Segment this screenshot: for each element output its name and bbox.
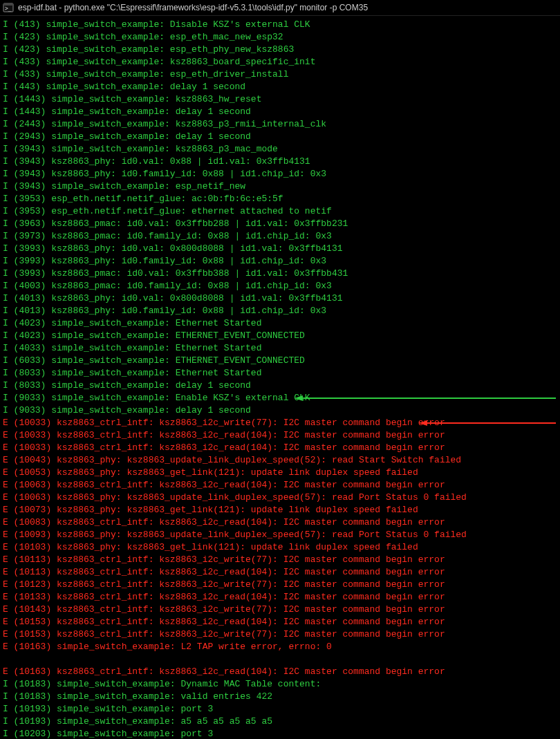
log-text: I (413) simple_switch_example: Disable K… bbox=[3, 19, 310, 30]
log-line: I (423) simple_switch_example: esp_eth_p… bbox=[3, 44, 557, 56]
log-line: I (3953) esp_eth.netif.netif_glue: ether… bbox=[3, 205, 557, 218]
log-line: E (10113) ksz8863_ctrl_intf: ksz8863_i2c… bbox=[3, 554, 557, 566]
log-line: E (10073) ksz8863_phy: ksz8863_get_link(… bbox=[3, 504, 557, 516]
annotation-arrow-red bbox=[419, 420, 556, 421]
log-text: I (2943) simple_switch_example: delay 1 … bbox=[3, 131, 251, 142]
log-line: I (423) simple_switch_example: esp_eth_m… bbox=[3, 31, 557, 44]
log-line: E (10153) ksz8863_ctrl_intf: ksz8863_i2c… bbox=[3, 616, 557, 628]
log-line: E (10163) ksz8863_ctrl_intf: ksz8863_i2c… bbox=[3, 666, 557, 678]
log-text: I (3993) ksz8863_phy: id0.val: 0x800d808… bbox=[3, 243, 342, 254]
svg-marker-6 bbox=[419, 420, 427, 426]
log-text: E (10143) ksz8863_ctrl_intf: ksz8863_i2c… bbox=[3, 604, 445, 615]
window-titlebar[interactable]: >_ esp-idf.bat - python.exe "C:\Espressi… bbox=[0, 0, 560, 16]
log-text: E (10033) ksz8863_ctrl_intf: ksz8863_i2c… bbox=[3, 442, 445, 453]
log-line: I (8033) simple_switch_example: delay 1 … bbox=[3, 380, 557, 392]
log-text: E (10113) ksz8863_ctrl_intf: ksz8863_i2c… bbox=[3, 554, 445, 565]
log-text: I (3973) ksz8863_pmac: id0.family_id: 0x… bbox=[3, 231, 332, 241]
log-line: E (10033) ksz8863_ctrl_intf: ksz8863_i2c… bbox=[3, 417, 557, 429]
log-line: I (4003) ksz8863_pmac: id0.family_id: 0x… bbox=[3, 280, 557, 292]
log-line: I (4023) simple_switch_example: Ethernet… bbox=[3, 317, 557, 330]
log-line: I (4033) simple_switch_example: Ethernet… bbox=[3, 342, 557, 355]
log-line: I (3993) ksz8863_phy: id0.val: 0x800d808… bbox=[3, 243, 557, 255]
log-line: E (10163) simple_switch_example: L2 TAP … bbox=[3, 641, 557, 653]
log-text: E (10033) ksz8863_ctrl_intf: ksz8863_i2c… bbox=[3, 430, 445, 440]
log-text: I (10203) simple_switch_example: port 3 bbox=[3, 729, 213, 739]
log-line: I (10203) simple_switch_example: port 3 bbox=[3, 728, 557, 739]
log-text: I (3993) ksz8863_phy: id0.family_id: 0x8… bbox=[3, 256, 326, 266]
log-line: E (10063) ksz8863_ctrl_intf: ksz8863_i2c… bbox=[3, 479, 557, 492]
log-line: I (1443) simple_switch_example: delay 1 … bbox=[3, 106, 557, 118]
log-text: I (1443) simple_switch_example: ksz8863_… bbox=[3, 94, 261, 104]
log-line: I (10183) simple_switch_example: valid e… bbox=[3, 691, 557, 703]
log-line bbox=[3, 653, 557, 666]
log-text: I (3953) esp_eth.netif.netif_glue: ether… bbox=[3, 206, 332, 216]
log-text: I (4003) ksz8863_pmac: id0.family_id: 0x… bbox=[3, 281, 332, 291]
log-line: E (10053) ksz8863_phy: ksz8863_get_link(… bbox=[3, 467, 557, 479]
log-line: E (10033) ksz8863_ctrl_intf: ksz8863_i2c… bbox=[3, 442, 557, 454]
log-line: I (3943) simple_switch_example: esp_neti… bbox=[3, 180, 557, 193]
log-text: I (3943) ksz8863_phy: id0.family_id: 0x8… bbox=[3, 169, 326, 179]
log-text: E (10163) ksz8863_ctrl_intf: ksz8863_i2c… bbox=[3, 666, 445, 677]
log-line: E (10133) ksz8863_ctrl_intf: ksz8863_i2c… bbox=[3, 591, 557, 604]
log-text: I (10193) simple_switch_example: port 3 bbox=[3, 704, 213, 714]
log-line: I (3993) ksz8863_pmac: id0.val: 0x3ffbb3… bbox=[3, 268, 557, 280]
log-text: I (4023) simple_switch_example: Ethernet… bbox=[3, 318, 261, 328]
log-text: I (4013) ksz8863_phy: id0.family_id: 0x8… bbox=[3, 306, 326, 316]
log-text: E (10063) ksz8863_phy: ksz8863_update_li… bbox=[3, 492, 467, 503]
log-line: E (10093) ksz8863_phy: ksz8863_update_li… bbox=[3, 529, 557, 541]
log-line: I (9033) simple_switch_example: delay 1 … bbox=[3, 404, 557, 417]
log-text: E (10073) ksz8863_phy: ksz8863_get_link(… bbox=[3, 505, 418, 515]
log-line: I (413) simple_switch_example: Disable K… bbox=[3, 19, 557, 31]
log-line: I (4013) ksz8863_phy: id0.val: 0x800d808… bbox=[3, 292, 557, 305]
log-text: E (10103) ksz8863_phy: ksz8863_get_link(… bbox=[3, 542, 418, 552]
log-line: E (10123) ksz8863_ctrl_intf: ksz8863_i2c… bbox=[3, 579, 557, 591]
log-line: I (3943) simple_switch_example: ksz8863_… bbox=[3, 143, 557, 156]
log-line: I (3943) ksz8863_phy: id0.family_id: 0x8… bbox=[3, 168, 557, 180]
log-line: I (433) simple_switch_example: esp_eth_d… bbox=[3, 68, 557, 81]
log-line: E (10033) ksz8863_ctrl_intf: ksz8863_i2c… bbox=[3, 429, 557, 442]
log-text: I (3943) simple_switch_example: esp_neti… bbox=[3, 181, 245, 191]
log-line: E (10103) ksz8863_phy: ksz8863_get_link(… bbox=[3, 541, 557, 554]
log-text: I (3993) ksz8863_pmac: id0.val: 0x3ffbb3… bbox=[3, 268, 348, 279]
log-line: I (3943) ksz8863_phy: id0.val: 0x88 | id… bbox=[3, 156, 557, 168]
log-text: I (4013) ksz8863_phy: id0.val: 0x800d808… bbox=[3, 293, 342, 303]
log-line: I (3963) ksz8863_pmac: id0.val: 0x3ffbb2… bbox=[3, 218, 557, 230]
log-text: I (3963) ksz8863_pmac: id0.val: 0x3ffbb2… bbox=[3, 218, 348, 229]
console-output[interactable]: I (413) simple_switch_example: Disable K… bbox=[0, 16, 560, 739]
log-line: E (10063) ksz8863_phy: ksz8863_update_li… bbox=[3, 492, 557, 504]
log-text: E (10053) ksz8863_phy: ksz8863_get_link(… bbox=[3, 467, 418, 478]
log-text: I (2443) simple_switch_example: ksz8863_… bbox=[3, 119, 326, 129]
log-text: I (3943) ksz8863_phy: id0.val: 0x88 | id… bbox=[3, 156, 310, 167]
window-title: esp-idf.bat - python.exe "C:\Espressif\f… bbox=[18, 3, 368, 12]
log-text: I (10183) simple_switch_example: Dynamic… bbox=[3, 679, 321, 689]
log-line: I (443) simple_switch_example: delay 1 s… bbox=[3, 81, 557, 93]
svg-marker-4 bbox=[295, 395, 303, 401]
log-text: I (3943) simple_switch_example: ksz8863_… bbox=[3, 144, 278, 154]
log-text: E (10123) ksz8863_ctrl_intf: ksz8863_i2c… bbox=[3, 579, 445, 590]
log-text: I (4033) simple_switch_example: Ethernet… bbox=[3, 343, 261, 353]
log-text: I (9033) simple_switch_example: delay 1 … bbox=[3, 405, 251, 415]
log-text: E (10043) ksz8863_phy: ksz8863_update_li… bbox=[3, 455, 461, 465]
log-text: I (9033) simple_switch_example: Enable K… bbox=[3, 393, 310, 403]
log-line: E (10083) ksz8863_ctrl_intf: ksz8863_i2c… bbox=[3, 516, 557, 529]
log-line: I (3973) ksz8863_pmac: id0.family_id: 0x… bbox=[3, 230, 557, 243]
log-line: I (433) simple_switch_example: ksz8863_b… bbox=[3, 56, 557, 68]
annotation-arrow-green bbox=[295, 395, 556, 396]
log-line: I (10183) simple_switch_example: Dynamic… bbox=[3, 678, 557, 691]
log-line: E (10113) ksz8863_ctrl_intf: ksz8863_i2c… bbox=[3, 566, 557, 579]
log-line: E (10043) ksz8863_phy: ksz8863_update_li… bbox=[3, 454, 557, 467]
log-text: I (3953) esp_eth.netif.netif_glue: ac:0b… bbox=[3, 194, 283, 204]
log-line: I (1443) simple_switch_example: ksz8863_… bbox=[3, 93, 557, 106]
log-text: I (423) simple_switch_example: esp_eth_m… bbox=[3, 32, 283, 42]
log-text: I (433) simple_switch_example: ksz8863_b… bbox=[3, 57, 315, 67]
log-line: I (2443) simple_switch_example: ksz8863_… bbox=[3, 118, 557, 131]
log-text: I (4023) simple_switch_example: ETHERNET… bbox=[3, 330, 305, 341]
log-line: I (3993) ksz8863_phy: id0.family_id: 0x8… bbox=[3, 255, 557, 268]
log-text: I (423) simple_switch_example: esp_eth_p… bbox=[3, 44, 294, 55]
log-text: I (8033) simple_switch_example: Ethernet… bbox=[3, 368, 261, 378]
log-text: I (8033) simple_switch_example: delay 1 … bbox=[3, 380, 251, 391]
log-text: I (10183) simple_switch_example: valid e… bbox=[3, 691, 272, 702]
log-text: E (10093) ksz8863_phy: ksz8863_update_li… bbox=[3, 530, 467, 540]
log-text: I (10193) simple_switch_example: a5 a5 a… bbox=[3, 716, 272, 727]
log-line: I (9033) simple_switch_example: Enable K… bbox=[3, 392, 557, 404]
